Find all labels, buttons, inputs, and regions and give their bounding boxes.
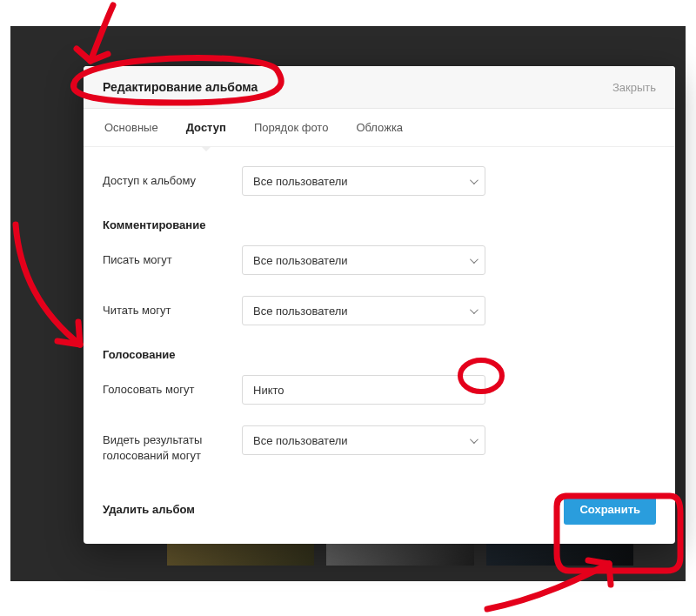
dialog-body: Доступ к альбому Все пользователи Коммен… xyxy=(84,147,675,475)
row-album-access: Доступ к альбому Все пользователи xyxy=(103,156,656,206)
tabs: Основные Доступ Порядок фото Обложка xyxy=(84,109,675,147)
chevron-down-icon xyxy=(469,257,476,264)
chevron-down-icon xyxy=(469,437,476,444)
select-album-access[interactable]: Все пользователи xyxy=(242,166,485,196)
select-results[interactable]: Все пользователи xyxy=(242,425,485,455)
label-read: Читать могут xyxy=(103,303,242,318)
label-vote: Голосовать могут xyxy=(103,382,242,398)
tab-access[interactable]: Доступ xyxy=(184,109,228,146)
select-value: Все пользователи xyxy=(253,434,348,447)
section-commenting: Комментирование xyxy=(103,206,656,235)
label-album-access: Доступ к альбому xyxy=(103,173,242,189)
select-read[interactable]: Все пользователи xyxy=(242,296,485,325)
row-write: Писать могут Все пользователи xyxy=(103,235,656,285)
tab-cover[interactable]: Обложка xyxy=(354,109,405,146)
label-write: Писать могут xyxy=(103,252,242,268)
row-read: Читать могут Все пользователи xyxy=(103,285,656,336)
chevron-down-icon xyxy=(469,177,476,184)
select-write[interactable]: Все пользователи xyxy=(242,245,485,275)
dialog-title: Редактирование альбома xyxy=(103,80,258,94)
edit-album-dialog: Редактирование альбома Закрыть Основные … xyxy=(84,66,675,544)
tab-order[interactable]: Порядок фото xyxy=(252,109,331,146)
dialog-footer: Удалить альбом Сохранить xyxy=(84,475,675,544)
delete-album-link[interactable]: Удалить альбом xyxy=(103,503,195,516)
select-value: Все пользователи xyxy=(253,175,348,188)
chevron-down-icon xyxy=(469,307,476,314)
row-vote: Голосовать могут Никто xyxy=(103,365,656,415)
select-value: Никто xyxy=(253,384,284,397)
tab-basic[interactable]: Основные xyxy=(103,109,160,146)
label-results: Видеть результаты голосований могут xyxy=(103,425,242,463)
chevron-down-icon xyxy=(469,386,476,393)
save-button[interactable]: Сохранить xyxy=(564,494,656,525)
row-results: Видеть результаты голосований могут Все … xyxy=(103,415,656,473)
select-value: Все пользователи xyxy=(253,305,348,318)
dialog-header: Редактирование альбома Закрыть xyxy=(84,66,675,109)
select-value: Все пользователи xyxy=(253,254,348,267)
section-voting: Голосование xyxy=(103,336,656,365)
close-button[interactable]: Закрыть xyxy=(612,81,656,94)
select-vote[interactable]: Никто xyxy=(242,375,485,405)
